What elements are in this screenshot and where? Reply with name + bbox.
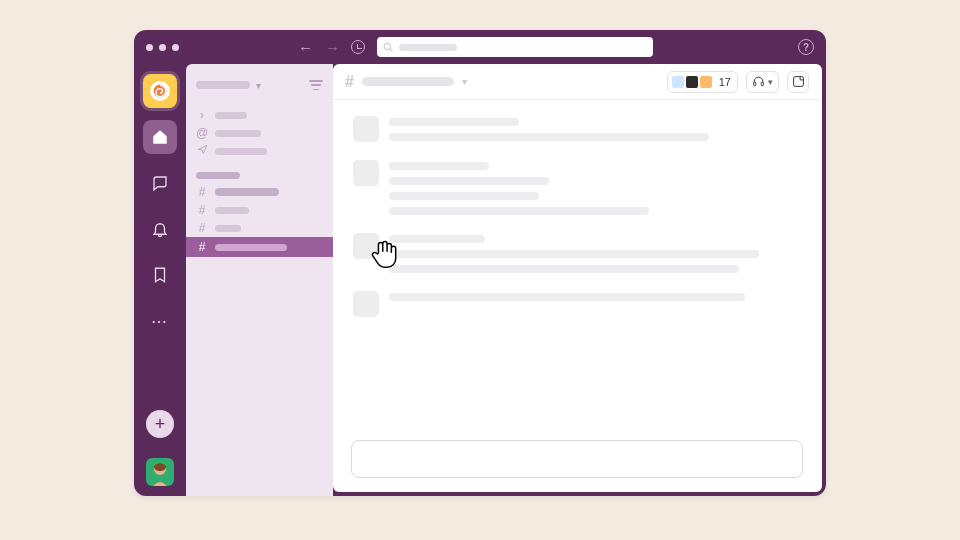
svg-line-1 xyxy=(390,49,393,52)
hash-icon: # xyxy=(196,240,208,254)
main-pane: # ▾ 17 ▾ xyxy=(333,64,822,492)
sidebar-item-mentions[interactable]: @ xyxy=(186,124,333,142)
member-avatar-icon xyxy=(685,75,699,89)
history-icon[interactable] xyxy=(351,40,365,54)
ellipsis-icon: ⋯ xyxy=(151,312,169,331)
channels-section-header[interactable] xyxy=(196,172,240,179)
mention-icon: @ xyxy=(196,126,208,140)
canvas-icon xyxy=(792,75,805,88)
channel-sidebar: ▾ › @ xyxy=(186,64,333,496)
canvas-button[interactable] xyxy=(787,71,809,93)
hash-icon: # xyxy=(196,203,208,217)
titlebar: ← → ? xyxy=(134,30,826,64)
dm-icon xyxy=(151,174,169,192)
window-controls[interactable] xyxy=(146,44,179,51)
workspace-logo-icon xyxy=(150,81,170,101)
member-avatar-icon xyxy=(671,75,685,89)
nav-forward-icon[interactable]: → xyxy=(322,39,343,56)
text-line xyxy=(389,293,745,301)
members-button[interactable]: 17 xyxy=(667,71,738,93)
message-row[interactable] xyxy=(353,116,801,142)
rail-more-button[interactable]: ⋯ xyxy=(143,304,177,338)
hash-icon: # xyxy=(345,73,354,91)
text-line xyxy=(389,192,539,200)
send-icon xyxy=(196,144,208,158)
text-line xyxy=(389,133,709,141)
app-body: ⋯ + ▾ xyxy=(134,64,826,496)
text-line xyxy=(389,207,649,215)
hash-icon: # xyxy=(196,221,208,235)
rail-new-button[interactable]: + xyxy=(146,410,174,438)
svg-point-2 xyxy=(154,85,167,98)
svg-rect-6 xyxy=(761,82,763,86)
text-line xyxy=(389,250,759,258)
message-body xyxy=(389,233,801,273)
member-avatar-icon xyxy=(699,75,713,89)
window-min-dot[interactable] xyxy=(159,44,166,51)
huddle-button[interactable]: ▾ xyxy=(746,71,779,93)
members-count: 17 xyxy=(719,76,731,88)
workspace-switcher[interactable]: ▾ xyxy=(186,72,333,98)
avatar-icon xyxy=(146,458,174,486)
chevron-down-icon[interactable]: ▾ xyxy=(462,76,467,87)
caret-right-icon: › xyxy=(196,108,208,122)
text-line xyxy=(389,162,489,170)
pointer-cursor-icon xyxy=(370,238,400,270)
search-icon xyxy=(383,42,393,52)
composer-area xyxy=(333,440,821,492)
rail-user-avatar[interactable] xyxy=(146,458,174,486)
search-placeholder xyxy=(399,44,457,51)
bell-icon xyxy=(151,220,169,238)
chevron-down-icon: ▾ xyxy=(256,80,261,91)
workspace-rail: ⋯ + xyxy=(134,64,186,496)
channel-item-active[interactable]: # xyxy=(186,237,333,257)
sidebar-item-label xyxy=(215,148,267,155)
slack-window: ← → ? xyxy=(134,30,826,496)
message-body xyxy=(389,160,801,215)
channel-label xyxy=(215,188,279,196)
workspace-tile[interactable] xyxy=(143,74,177,108)
rail-bookmarks-button[interactable] xyxy=(143,258,177,292)
filter-icon[interactable] xyxy=(309,80,323,90)
sidebar-item-threads[interactable]: › xyxy=(186,106,333,124)
rail-home-button[interactable] xyxy=(143,120,177,154)
text-line xyxy=(389,235,485,243)
message-avatar xyxy=(353,160,379,186)
channel-item[interactable]: # xyxy=(186,201,333,219)
message-body xyxy=(389,116,801,142)
window-max-dot[interactable] xyxy=(172,44,179,51)
message-row[interactable] xyxy=(353,291,801,317)
home-icon xyxy=(151,128,169,146)
hash-icon: # xyxy=(196,185,208,199)
text-line xyxy=(389,265,739,273)
bookmark-icon xyxy=(151,266,169,284)
sidebar-item-label xyxy=(215,130,261,137)
swirl-icon xyxy=(152,83,168,99)
message-row[interactable] xyxy=(353,233,801,273)
page-background: ← → ? xyxy=(0,0,960,540)
svg-point-0 xyxy=(384,43,390,49)
message-composer[interactable] xyxy=(351,440,803,478)
channel-label xyxy=(215,207,249,214)
window-close-dot[interactable] xyxy=(146,44,153,51)
message-list[interactable] xyxy=(333,100,821,440)
chevron-down-icon: ▾ xyxy=(768,77,773,87)
headphones-icon xyxy=(752,75,765,88)
message-row[interactable] xyxy=(353,160,801,215)
help-icon[interactable]: ? xyxy=(798,39,814,55)
channel-name-placeholder[interactable] xyxy=(362,77,454,86)
text-line xyxy=(389,177,549,185)
channel-header: # ▾ 17 ▾ xyxy=(333,64,821,100)
message-avatar xyxy=(353,116,379,142)
channel-item[interactable]: # xyxy=(186,183,333,201)
rail-dms-button[interactable] xyxy=(143,166,177,200)
text-line xyxy=(389,118,519,126)
message-avatar xyxy=(353,291,379,317)
search-input[interactable] xyxy=(377,37,653,57)
sidebar-item-drafts[interactable] xyxy=(186,142,333,160)
channel-item[interactable]: # xyxy=(186,219,333,237)
rail-activity-button[interactable] xyxy=(143,212,177,246)
workspace-name-placeholder xyxy=(196,81,250,89)
nav-back-icon[interactable]: ← xyxy=(295,39,316,56)
channel-label xyxy=(215,244,287,251)
